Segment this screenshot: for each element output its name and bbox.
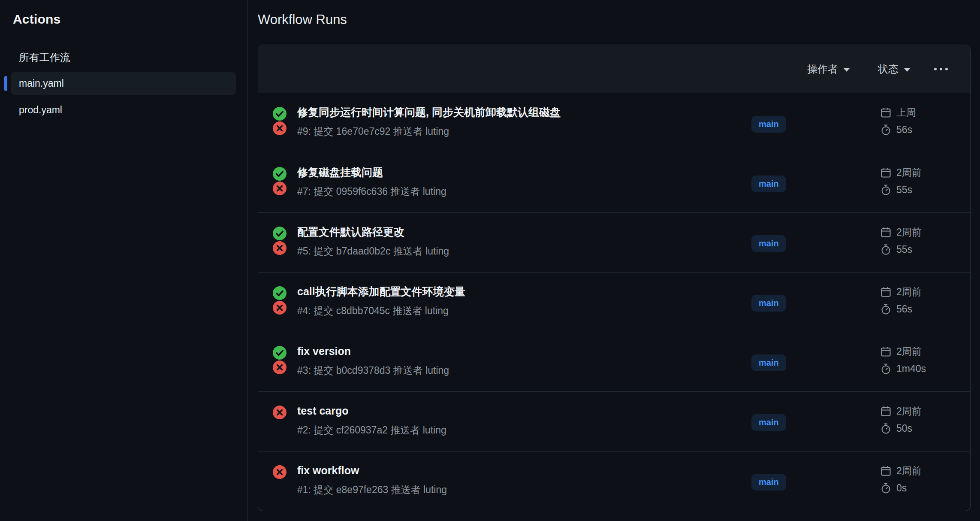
branch-badge[interactable]: main (751, 474, 786, 491)
workflow-run-row[interactable]: 配置文件默认路径更改 #5: 提交 b7daad0b2c 推送者 luting … (258, 212, 970, 272)
branch-badge[interactable]: main (751, 414, 786, 431)
run-branch-cell: main (751, 166, 880, 202)
calendar-icon (880, 227, 892, 238)
page-title: Workflow Runs (258, 12, 971, 27)
x-circle-icon (272, 465, 287, 479)
run-summary: fix workflow #1: 提交 e8e97fe263 推送者 lutin… (297, 464, 751, 497)
workflow-run-row[interactable]: fix version #3: 提交 b0cd9378d3 推送者 luting… (258, 332, 970, 391)
run-title[interactable]: fix version (297, 345, 743, 358)
run-duration-text: 0s (896, 482, 907, 494)
dot (940, 68, 942, 70)
workflow-run-row[interactable]: 修复同步运行时间计算问题, 同步关机前卸载默认组磁盘 #9: 提交 16e70e… (258, 93, 970, 153)
actor-filter-button[interactable]: 操作者 (807, 62, 850, 76)
branch-badge[interactable]: main (751, 354, 786, 371)
run-date: 2周前 (880, 285, 953, 299)
run-duration: 56s (880, 124, 953, 136)
calendar-icon (880, 107, 892, 118)
run-times-cell: 2周前 55s (880, 166, 953, 196)
stopwatch-icon (880, 363, 892, 375)
branch-badge[interactable]: main (751, 116, 786, 133)
stopwatch-icon (880, 423, 892, 434)
run-title[interactable]: test cargo (297, 404, 743, 418)
run-meta: #1: 提交 e8e97fe263 推送者 luting (297, 483, 743, 497)
runs-toolbar: 操作者 状态 (258, 45, 970, 93)
sidebar-title: Actions (13, 12, 236, 27)
workflow-nav: main.yaml prod.yaml (11, 72, 236, 121)
run-title[interactable]: 配置文件默认路径更改 (297, 225, 743, 239)
check-circle-icon (272, 167, 287, 181)
run-title[interactable]: call执行脚本添加配置文件环境变量 (297, 285, 743, 298)
run-duration-text: 1m40s (896, 363, 926, 375)
run-date: 2周前 (880, 226, 953, 239)
run-title[interactable]: 修复磁盘挂载问题 (297, 166, 743, 179)
actions-page: Actions 所有工作流 main.yaml prod.yaml Workfl… (0, 0, 980, 521)
run-date-text: 2周前 (896, 464, 922, 478)
run-branch-cell: main (751, 464, 880, 500)
run-meta: #4: 提交 c8dbb7045c 推送者 luting (297, 304, 743, 318)
run-times-cell: 上周 56s (880, 106, 953, 136)
calendar-icon (880, 465, 892, 477)
calendar-icon (880, 167, 892, 179)
branch-badge[interactable]: main (751, 295, 786, 312)
workflow-runs-list: 修复同步运行时间计算问题, 同步关机前卸载默认组磁盘 #9: 提交 16e70e… (258, 93, 970, 511)
run-branch-cell: main (751, 404, 880, 441)
main-content: Workflow Runs 操作者 状态 (247, 0, 980, 521)
workflow-run-row[interactable]: 修复磁盘挂载问题 #7: 提交 0959f6c636 推送者 luting ma… (258, 153, 970, 212)
check-circle-icon (272, 226, 287, 241)
run-duration-text: 55s (896, 184, 912, 196)
run-duration: 1m40s (880, 363, 953, 375)
check-circle-icon (272, 345, 287, 360)
run-title[interactable]: 修复同步运行时间计算问题, 同步关机前卸载默认组磁盘 (297, 106, 743, 119)
run-duration-text: 56s (896, 303, 912, 315)
run-date: 2周前 (880, 166, 953, 179)
check-circle-icon (272, 286, 287, 300)
stopwatch-icon (880, 482, 892, 494)
stopwatch-icon (880, 124, 892, 136)
x-circle-icon (272, 405, 287, 420)
run-duration: 55s (880, 184, 953, 196)
workflow-run-row[interactable]: fix workflow #1: 提交 e8e97fe263 推送者 lutin… (258, 451, 970, 511)
run-summary: 修复磁盘挂载问题 #7: 提交 0959f6c636 推送者 luting (297, 166, 751, 198)
branch-badge[interactable]: main (751, 235, 786, 252)
workflow-runs-panel: 操作者 状态 修复同步 (258, 45, 971, 511)
dot (945, 68, 948, 70)
stopwatch-icon (880, 244, 892, 255)
workflow-run-row[interactable]: test cargo #2: 提交 cf260937a2 推送者 luting … (258, 391, 970, 451)
calendar-icon (880, 286, 892, 298)
run-date: 上周 (880, 106, 953, 119)
stopwatch-icon (880, 303, 892, 315)
run-date-text: 上周 (896, 106, 916, 119)
run-summary: fix version #3: 提交 b0cd9378d3 推送者 luting (297, 345, 751, 377)
run-summary: call执行脚本添加配置文件环境变量 #4: 提交 c8dbb7045c 推送者… (297, 285, 751, 318)
run-times-cell: 2周前 55s (880, 225, 953, 255)
run-duration: 50s (880, 423, 953, 434)
sidebar-item-prod-yaml[interactable]: prod.yaml (11, 99, 236, 121)
run-branch-cell: main (751, 285, 880, 321)
run-meta: #7: 提交 0959f6c636 推送者 luting (297, 185, 743, 198)
all-workflows-link[interactable]: 所有工作流 (19, 51, 236, 64)
status-filter-button[interactable]: 状态 (878, 62, 910, 76)
run-branch-cell: main (751, 106, 880, 142)
calendar-icon (880, 346, 892, 357)
kebab-menu-button[interactable] (932, 64, 950, 74)
chevron-down-icon (844, 68, 850, 72)
run-meta: #5: 提交 b7daad0b2c 推送者 luting (297, 245, 743, 258)
run-date-text: 2周前 (896, 166, 922, 179)
run-date-text: 2周前 (896, 345, 922, 358)
run-times-cell: 2周前 1m40s (880, 345, 953, 375)
workflow-run-row[interactable]: call执行脚本添加配置文件环境变量 #4: 提交 c8dbb7045c 推送者… (258, 272, 970, 332)
run-date-text: 2周前 (896, 226, 922, 239)
run-duration: 56s (880, 303, 953, 315)
run-meta: #2: 提交 cf260937a2 推送者 luting (297, 424, 743, 437)
run-times-cell: 2周前 50s (880, 404, 953, 434)
run-summary: 配置文件默认路径更改 #5: 提交 b7daad0b2c 推送者 luting (297, 225, 751, 258)
run-date-text: 2周前 (896, 285, 922, 299)
run-duration: 55s (880, 244, 953, 255)
run-title[interactable]: fix workflow (297, 464, 743, 477)
actor-filter-label: 操作者 (807, 62, 838, 76)
run-date: 2周前 (880, 405, 953, 418)
run-date: 2周前 (880, 464, 953, 478)
sidebar: Actions 所有工作流 main.yaml prod.yaml (0, 0, 247, 521)
sidebar-item-main-yaml[interactable]: main.yaml (11, 72, 236, 95)
branch-badge[interactable]: main (751, 176, 786, 192)
